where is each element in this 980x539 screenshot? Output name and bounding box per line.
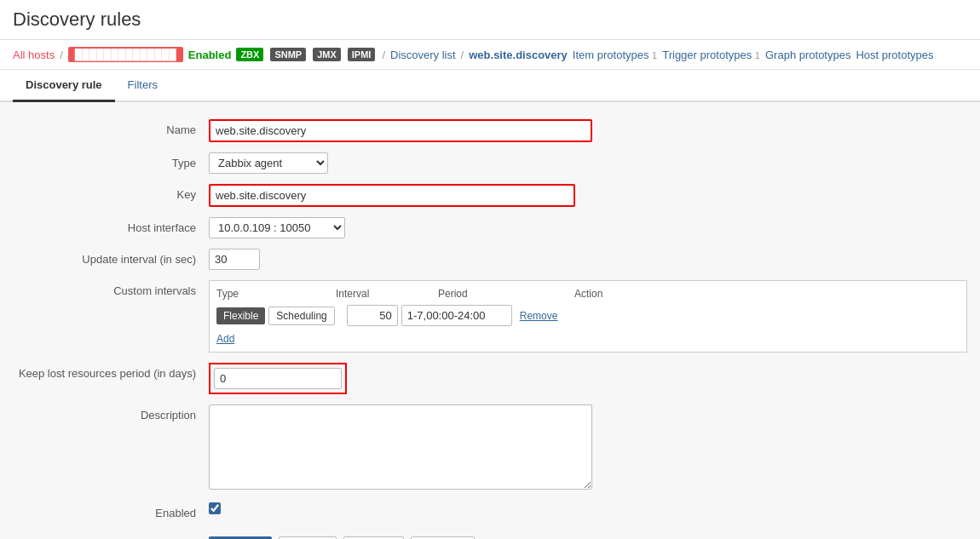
enabled-label: Enabled	[13, 502, 209, 519]
keep-lost-row: Keep lost resources period (in days)	[13, 363, 967, 394]
keep-lost-input[interactable]	[214, 368, 342, 389]
type-label: Type	[13, 152, 209, 169]
custom-intervals-label: Custom intervals	[13, 280, 209, 297]
scheduling-button[interactable]: Scheduling	[268, 307, 334, 325]
description-row: Description	[13, 404, 967, 492]
host-interface-select[interactable]: 10.0.0.109 : 10050	[209, 217, 345, 238]
ci-row-1: Flexible Scheduling Remove	[216, 305, 960, 326]
key-field-wrapper	[209, 184, 967, 207]
update-interval-row: Update interval (in sec)	[13, 249, 967, 270]
breadcrumb-sep2: /	[382, 49, 385, 61]
tab-discovery-rule[interactable]: Discovery rule	[13, 70, 115, 102]
update-interval-field-wrapper	[209, 249, 967, 270]
update-interval-label: Update interval (in sec)	[13, 249, 209, 266]
host-interface-row: Host interface 10.0.0.109 : 10050	[13, 217, 967, 238]
ci-col-interval: Interval	[336, 288, 438, 300]
enabled-field-wrapper	[209, 502, 967, 514]
description-textarea[interactable]	[209, 404, 592, 490]
ci-header: Type Interval Period Action	[216, 288, 960, 300]
host-interface-label: Host interface	[13, 217, 209, 234]
discovery-list-link[interactable]: Discovery list	[390, 49, 456, 61]
tabs-bar: Discovery rule Filters	[0, 70, 980, 102]
ci-interval-input[interactable]	[347, 305, 398, 326]
host-prototypes-link[interactable]: Host prototypes	[856, 49, 933, 61]
type-select[interactable]: Zabbix agent Zabbix agent (active) SNMP …	[209, 152, 328, 174]
tab-filters[interactable]: Filters	[115, 70, 170, 102]
host-interface-field-wrapper: 10.0.0.109 : 10050	[209, 217, 967, 238]
item-prototypes-link[interactable]: Item prototypes 1	[573, 49, 657, 61]
key-input[interactable]	[209, 184, 575, 207]
keep-lost-field-wrapper	[209, 363, 967, 394]
page-title: Discovery rules	[13, 9, 967, 31]
keep-lost-highlight	[209, 363, 347, 394]
flexible-button[interactable]: Flexible	[216, 307, 265, 324]
type-row: Type Zabbix agent Zabbix agent (active) …	[13, 152, 967, 174]
key-row: Key	[13, 184, 967, 207]
enabled-checkbox[interactable]	[209, 502, 221, 514]
badge-ipmi: IPMI	[348, 48, 376, 61]
name-input[interactable]	[209, 119, 592, 142]
host-name: ██████████████	[68, 47, 183, 62]
enabled-status: Enabled	[188, 49, 232, 61]
graph-prototypes-link[interactable]: Graph prototypes	[765, 49, 850, 61]
ci-period-input[interactable]	[401, 305, 512, 326]
all-hosts-link[interactable]: All hosts	[13, 49, 55, 61]
custom-intervals-table: Type Interval Period Action Flexible Sch…	[209, 280, 967, 353]
key-label: Key	[13, 184, 209, 201]
badge-jmx: JMX	[313, 48, 341, 61]
enabled-row: Enabled	[13, 502, 967, 519]
page-header: Discovery rules All hosts / ████████████…	[0, 0, 980, 70]
ci-col-type: Type	[216, 288, 336, 300]
ci-col-action: Action	[574, 288, 625, 300]
trigger-prototypes-link[interactable]: Trigger prototypes 1	[662, 49, 760, 61]
badge-zbx: ZBX	[236, 48, 263, 61]
name-label: Name	[13, 119, 209, 136]
keep-lost-label: Keep lost resources period (in days)	[13, 363, 209, 380]
description-label: Description	[13, 404, 209, 421]
name-row: Name	[13, 119, 967, 142]
type-field-wrapper: Zabbix agent Zabbix agent (active) SNMP …	[209, 152, 967, 174]
update-interval-input[interactable]	[209, 249, 260, 270]
discovery-rule-form: Name Type Zabbix agent Zabbix agent (act…	[13, 119, 967, 539]
breadcrumb-sep1: /	[60, 49, 63, 61]
badge-snmp: SNMP	[270, 48, 306, 61]
description-field-wrapper	[209, 404, 967, 492]
remove-link[interactable]: Remove	[520, 310, 558, 322]
add-link[interactable]: Add	[216, 333, 234, 345]
content-area: Name Type Zabbix agent Zabbix agent (act…	[0, 102, 980, 539]
ci-add-row: Add	[216, 330, 960, 345]
custom-intervals-wrapper: Type Interval Period Action Flexible Sch…	[209, 280, 967, 353]
current-page-label: web.site.discovery	[469, 49, 568, 61]
ci-col-period: Period	[438, 288, 574, 300]
breadcrumb: All hosts / ██████████████ Enabled ZBX S…	[0, 40, 980, 70]
name-field-wrapper	[209, 119, 967, 142]
breadcrumb-sep3: /	[461, 49, 464, 61]
custom-intervals-row: Custom intervals Type Interval Period Ac…	[13, 280, 967, 353]
